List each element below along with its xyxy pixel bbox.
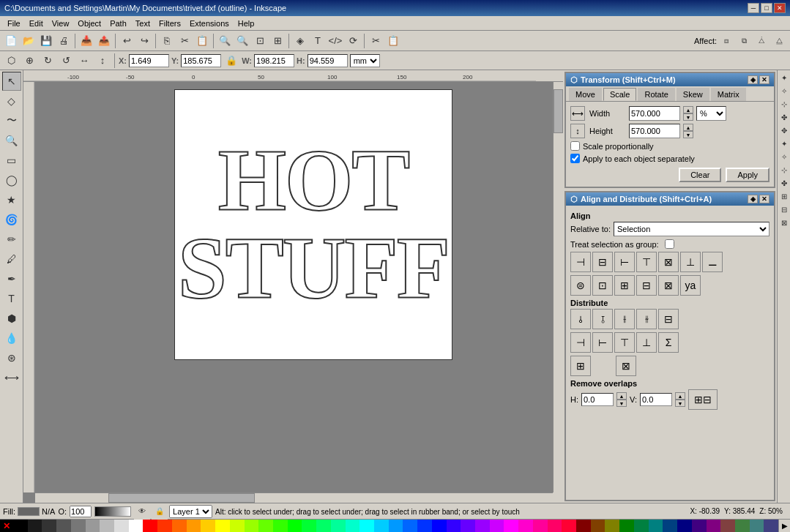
- tab-scale[interactable]: Scale: [603, 88, 637, 101]
- palette-color[interactable]: [56, 520, 71, 533]
- height-down[interactable]: ▼: [683, 131, 693, 138]
- dist-btn1[interactable]: ⫰: [570, 309, 591, 329]
- dist-btn2[interactable]: ⫱: [592, 309, 613, 329]
- scale-proportionally-checkbox[interactable]: [570, 141, 580, 151]
- v-up[interactable]: ▲: [675, 392, 685, 400]
- palette-color[interactable]: [201, 520, 215, 533]
- zoom-tool[interactable]: 🔍: [2, 131, 21, 150]
- h-up[interactable]: ▲: [616, 392, 627, 400]
- close-button[interactable]: ✕: [774, 3, 786, 13]
- fill-color-preview[interactable]: [18, 507, 40, 516]
- palette-color[interactable]: [447, 520, 461, 533]
- align-left-edge-btn[interactable]: ⊣: [570, 252, 591, 272]
- save-button[interactable]: 💾: [38, 33, 54, 49]
- layer-btn[interactable]: 👁: [134, 503, 150, 520]
- ri-btn4[interactable]: ✤: [778, 111, 790, 123]
- zoom-page-button[interactable]: ⊞: [269, 33, 286, 49]
- align-right-edge-btn[interactable]: ⊢: [614, 252, 635, 272]
- lock-btn[interactable]: 🔒: [223, 53, 239, 69]
- gradient-tool[interactable]: ⬢: [2, 309, 21, 328]
- palette-color[interactable]: [346, 520, 360, 533]
- palette-color[interactable]: [432, 520, 447, 533]
- ri-btn2[interactable]: ✧: [778, 85, 790, 97]
- tab-rotate[interactable]: Rotate: [638, 88, 674, 101]
- new-button[interactable]: 📄: [3, 33, 19, 49]
- palette-color[interactable]: [273, 520, 288, 533]
- zoom-out-button[interactable]: 🔍: [234, 33, 250, 49]
- palette-color[interactable]: [187, 520, 201, 533]
- text-tool-button[interactable]: T: [310, 33, 326, 49]
- palette-color[interactable]: [504, 520, 518, 533]
- layer-lock-btn[interactable]: 🔒: [152, 503, 168, 520]
- palette-color[interactable]: [692, 520, 707, 533]
- undo-button[interactable]: ↩: [119, 33, 135, 49]
- node-tool-button[interactable]: ⬡: [3, 53, 19, 69]
- dist-btn4[interactable]: ⫳: [636, 309, 657, 329]
- ri-btn10[interactable]: ⊞: [778, 190, 790, 202]
- palette-color[interactable]: [663, 520, 677, 533]
- pen-tool[interactable]: 🖊: [2, 250, 21, 269]
- ri-btn7[interactable]: ✧: [778, 151, 790, 162]
- align-text-btn[interactable]: ⚊: [702, 252, 723, 272]
- spiral-tool[interactable]: 🌀: [2, 210, 21, 229]
- dist-btn12[interactable]: ⊠: [616, 356, 636, 376]
- select-tool-button[interactable]: ⊕: [21, 53, 37, 69]
- dropper-tool[interactable]: 💧: [2, 329, 21, 348]
- align-center-h-btn[interactable]: ⊟: [592, 252, 613, 272]
- palette-color[interactable]: [533, 520, 548, 533]
- menu-text[interactable]: Text: [131, 18, 154, 29]
- rotate-ccw-button[interactable]: ↺: [58, 53, 74, 69]
- menu-extensions[interactable]: Extensions: [185, 18, 234, 29]
- palette-color[interactable]: [129, 520, 144, 533]
- dist-btn7[interactable]: ⊢: [592, 332, 613, 353]
- affect-btn4[interactable]: ⧋: [771, 33, 787, 49]
- unit-select[interactable]: mmpxptcmin: [350, 54, 380, 67]
- xml-editor-button[interactable]: </>: [327, 33, 343, 49]
- palette-color[interactable]: [331, 520, 346, 533]
- w-input[interactable]: [254, 54, 294, 67]
- palette-color[interactable]: [42, 520, 56, 533]
- paste-path-button[interactable]: 📋: [385, 33, 401, 49]
- h-down[interactable]: ▼: [616, 400, 627, 407]
- h-overlap-input[interactable]: [581, 393, 614, 406]
- palette-color[interactable]: [403, 520, 417, 533]
- ri-btn12[interactable]: ⊠: [778, 217, 790, 228]
- menu-object[interactable]: Object: [73, 18, 105, 29]
- remove-overlaps-btn[interactable]: ⊞⊟: [688, 389, 718, 410]
- align-bottom-edge-btn[interactable]: ⊥: [680, 252, 701, 272]
- palette-color[interactable]: [475, 520, 490, 533]
- canvas-scroll[interactable]: HOT STUFF: [35, 82, 553, 492]
- align-btn-r1[interactable]: ⊜: [570, 275, 591, 296]
- palette-color[interactable]: [750, 520, 764, 533]
- flip-v-button[interactable]: ↕: [94, 53, 111, 69]
- minimize-button[interactable]: ─: [748, 3, 759, 13]
- ri-btn5[interactable]: ✥: [778, 124, 790, 136]
- h-input[interactable]: [308, 54, 348, 67]
- align-btn-r3[interactable]: ⊞: [614, 275, 635, 296]
- tab-skew[interactable]: Skew: [677, 88, 709, 101]
- rect-tool[interactable]: ▭: [2, 151, 21, 170]
- palette-color[interactable]: [576, 520, 591, 533]
- palette-color[interactable]: [518, 520, 533, 533]
- dist-btn11[interactable]: ⊞: [570, 356, 591, 376]
- layer-select[interactable]: Layer 1: [169, 505, 212, 518]
- palette-color[interactable]: [417, 520, 432, 533]
- palette-color[interactable]: [490, 520, 504, 533]
- palette-color[interactable]: [245, 520, 259, 533]
- scrollbar-vertical[interactable]: [553, 82, 563, 492]
- menu-view[interactable]: View: [48, 18, 74, 29]
- menu-path[interactable]: Path: [105, 18, 131, 29]
- star-tool[interactable]: ★: [2, 190, 21, 209]
- menu-help[interactable]: Help: [234, 18, 259, 29]
- v-overlap-input[interactable]: [640, 393, 672, 406]
- width-input[interactable]: [629, 106, 680, 121]
- opacity-slider[interactable]: [94, 506, 131, 517]
- align-panel-close[interactable]: ✕: [759, 195, 769, 203]
- ri-btn1[interactable]: ✦: [778, 72, 790, 83]
- connector-tool[interactable]: ⟷: [2, 368, 21, 387]
- relative-to-select[interactable]: Selection Page Drawing First selected La…: [614, 222, 769, 236]
- scroll-thumb-h[interactable]: [108, 493, 255, 503]
- transform-button[interactable]: ⟳: [345, 33, 361, 49]
- palette-color[interactable]: [389, 520, 403, 533]
- palette-color[interactable]: [288, 520, 302, 533]
